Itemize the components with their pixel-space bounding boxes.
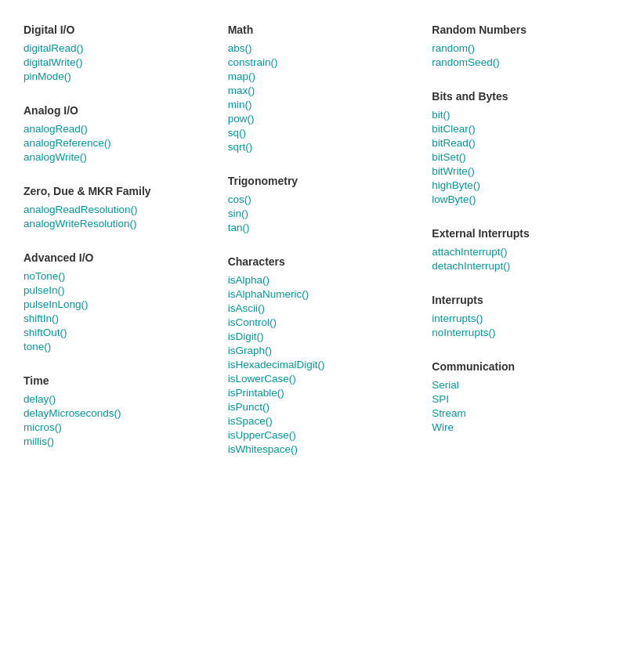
function-link[interactable]: isPunct() [228,401,417,413]
function-link[interactable]: lowByte() [432,193,620,205]
function-link[interactable]: micros() [24,421,212,433]
function-link[interactable]: analogReference() [24,137,212,149]
function-link[interactable]: millis() [24,435,212,447]
main-columns: Digital I/OdigitalRead()digitalWrite()pi… [16,23,628,477]
function-link[interactable]: constrain() [228,56,417,68]
function-link[interactable]: shiftIn() [24,313,212,324]
function-link[interactable]: random() [432,42,620,54]
function-link[interactable]: abs() [228,42,417,54]
section-title: Communication [432,360,620,373]
section-title: Digital I/O [24,23,212,36]
function-link[interactable]: tan() [228,222,417,233]
function-link[interactable]: bitRead() [432,137,620,149]
function-link[interactable]: min() [228,99,417,110]
function-link[interactable]: sqrt() [228,141,417,153]
column-1: Mathabs()constrain()map()max()min()pow()… [220,23,425,477]
section-1-2: CharactersisAlpha()isAlphaNumeric()isAsc… [228,255,417,455]
function-link[interactable]: noTone() [24,270,212,282]
function-link[interactable]: interrupts() [432,313,620,324]
section-2-4: CommunicationSerialSPIStreamWire [432,360,620,433]
section-title: Math [228,23,417,36]
column-0: Digital I/OdigitalRead()digitalWrite()pi… [16,23,220,477]
section-0-3: Advanced I/OnoTone()pulseIn()pulseInLong… [24,251,212,352]
function-link[interactable]: digitalRead() [24,42,212,54]
function-link[interactable]: analogWriteResolution() [24,218,212,229]
function-link[interactable]: bitSet() [432,151,620,163]
function-link[interactable]: pow() [228,113,417,125]
function-link[interactable]: bitWrite() [432,165,620,177]
function-link[interactable]: bit() [432,109,620,121]
section-title: Interrupts [432,294,620,306]
section-title: Zero, Due & MKR Family [24,185,212,197]
function-link[interactable]: max() [228,85,417,96]
function-link[interactable]: analogReadResolution() [24,204,212,215]
function-link[interactable]: highByte() [432,179,620,191]
function-link[interactable]: isHexadecimalDigit() [228,359,417,370]
function-link[interactable]: sq() [228,127,417,139]
function-link[interactable]: noInterrupts() [432,327,620,338]
function-link[interactable]: isAlphaNumeric() [228,288,417,300]
function-link[interactable]: isAlpha() [228,274,417,286]
function-link[interactable]: cos() [228,193,417,205]
section-2-1: Bits and Bytesbit()bitClear()bitRead()bi… [432,90,620,205]
function-link[interactable]: map() [228,70,417,82]
column-2: Random Numbersrandom()randomSeed()Bits a… [424,23,628,477]
function-link[interactable]: pulseIn() [24,284,212,296]
section-title: Trigonometry [228,175,417,187]
function-link[interactable]: isWhitespace() [228,443,417,455]
section-title: Analog I/O [24,104,212,117]
function-link[interactable]: pulseInLong() [24,298,212,310]
function-link[interactable]: analogRead() [24,123,212,135]
function-link[interactable]: digitalWrite() [24,56,212,68]
function-link[interactable]: isAscii() [228,302,417,314]
function-link[interactable]: analogWrite() [24,151,212,163]
section-0-1: Analog I/OanalogRead()analogReference()a… [24,104,212,163]
section-2-3: Interruptsinterrupts()noInterrupts() [432,294,620,338]
function-link[interactable]: isDigit() [228,331,417,342]
function-link[interactable]: shiftOut() [24,327,212,338]
section-title: External Interrupts [432,227,620,240]
function-link[interactable]: isPrintable() [228,387,417,399]
function-link[interactable]: tone() [24,341,212,352]
function-link[interactable]: Serial [432,379,620,391]
function-link[interactable]: delayMicroseconds() [24,407,212,419]
section-2-0: Random Numbersrandom()randomSeed() [432,23,620,68]
section-2-2: External InterruptsattachInterrupt()deta… [432,227,620,272]
function-link[interactable]: delay() [24,393,212,405]
section-title: Bits and Bytes [432,90,620,103]
section-title: Characters [228,255,417,268]
function-link[interactable]: sin() [228,208,417,219]
section-title: Time [24,374,212,387]
section-0-0: Digital I/OdigitalRead()digitalWrite()pi… [24,23,212,82]
section-title: Random Numbers [432,23,620,36]
function-link[interactable]: isGraph() [228,345,417,356]
function-link[interactable]: pinMode() [24,70,212,82]
section-1-0: Mathabs()constrain()map()max()min()pow()… [228,23,417,153]
section-0-4: Timedelay()delayMicroseconds()micros()mi… [24,374,212,447]
section-1-1: Trigonometrycos()sin()tan() [228,175,417,233]
function-link[interactable]: bitClear() [432,123,620,135]
function-link[interactable]: SPI [432,393,620,405]
function-link[interactable]: attachInterrupt() [432,246,620,258]
section-title: Advanced I/O [24,251,212,264]
function-link[interactable]: detachInterrupt() [432,260,620,272]
function-link[interactable]: Stream [432,407,620,419]
function-link[interactable]: isSpace() [228,415,417,427]
section-0-2: Zero, Due & MKR FamilyanalogReadResoluti… [24,185,212,229]
function-link[interactable]: Wire [432,421,620,433]
function-link[interactable]: isUpperCase() [228,429,417,441]
function-link[interactable]: isLowerCase() [228,373,417,385]
function-link[interactable]: randomSeed() [432,56,620,68]
function-link[interactable]: isControl() [228,316,417,328]
